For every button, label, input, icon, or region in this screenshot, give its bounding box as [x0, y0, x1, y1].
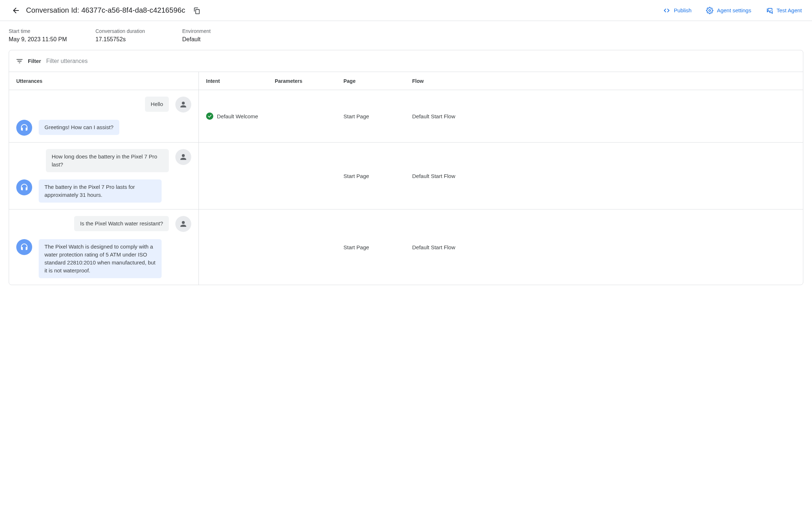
- details-cell: Default Welcome Start Page Default Start…: [199, 90, 803, 142]
- table-row[interactable]: Hello Greetings! How can I assist? Defau…: [9, 90, 803, 143]
- user-avatar: [175, 97, 191, 113]
- headset-icon: [20, 243, 29, 251]
- environment-label: Environment: [182, 27, 247, 35]
- user-bubble: Is the Pixel Watch water resistant?: [74, 216, 169, 231]
- back-button[interactable]: [9, 3, 23, 18]
- meta-environment: Environment Default: [182, 27, 247, 43]
- user-avatar: [175, 216, 191, 232]
- col-flow: Flow: [405, 72, 803, 90]
- meta-duration: Conversation duration 17.155752s: [95, 27, 161, 43]
- page-title: Conversation Id: 46377c-a56-8f4-da8-c421…: [26, 6, 185, 14]
- page-cell: Start Page: [336, 244, 405, 250]
- bot-avatar: [16, 179, 32, 195]
- bot-avatar: [16, 120, 32, 136]
- details-cell: Start Page Default Start Flow: [199, 209, 803, 285]
- intent-text: Default Welcome: [217, 113, 258, 119]
- arrow-back-icon: [12, 6, 20, 15]
- svg-rect-0: [196, 9, 200, 14]
- col-intent: Intent: [199, 72, 268, 90]
- headset-icon: [20, 183, 29, 192]
- table-header: Utterances Intent Parameters Page Flow: [9, 72, 803, 90]
- test-agent-button[interactable]: Test Agent: [761, 4, 806, 17]
- start-time-value: May 9, 2023 11:50 PM: [9, 36, 74, 43]
- duration-value: 17.155752s: [95, 36, 161, 43]
- utterance-cell: Hello Greetings! How can I assist?: [9, 90, 199, 142]
- environment-value: Default: [182, 36, 247, 43]
- bot-turn: Greetings! How can I assist?: [16, 120, 191, 136]
- copy-icon: [193, 7, 201, 14]
- bot-turn: The battery in the Pixel 7 Pro lasts for…: [16, 179, 191, 203]
- publish-label: Publish: [674, 7, 692, 13]
- filter-icon: [16, 57, 23, 65]
- svg-point-1: [709, 9, 710, 11]
- bot-turn: The Pixel Watch is designed to comply wi…: [16, 239, 191, 278]
- code-icon: [663, 7, 670, 14]
- flow-cell: Default Start Flow: [405, 173, 803, 179]
- details-cell: Start Page Default Start Flow: [199, 143, 803, 209]
- filter-input[interactable]: [46, 58, 796, 65]
- intent-check-icon: [206, 113, 213, 120]
- person-icon: [179, 220, 188, 228]
- col-page: Page: [336, 72, 405, 90]
- user-avatar: [175, 149, 191, 165]
- utterance-cell: Is the Pixel Watch water resistant? The …: [9, 209, 199, 285]
- table-row[interactable]: Is the Pixel Watch water resistant? The …: [9, 209, 803, 285]
- user-turn: Hello: [16, 97, 191, 113]
- duration-label: Conversation duration: [95, 27, 161, 35]
- copy-id-button[interactable]: [189, 3, 204, 18]
- user-bubble: How long does the battery in the Pixel 7…: [46, 149, 169, 172]
- meta-section: Start time May 9, 2023 11:50 PM Conversa…: [0, 21, 812, 50]
- chat-icon: [766, 7, 773, 14]
- conversation-table: Filter Utterances Intent Parameters Page…: [9, 50, 803, 285]
- bot-bubble: The battery in the Pixel 7 Pro lasts for…: [39, 179, 162, 203]
- user-turn: How long does the battery in the Pixel 7…: [16, 149, 191, 172]
- filter-label: Filter: [28, 58, 41, 64]
- publish-button[interactable]: Publish: [659, 4, 696, 17]
- agent-settings-button[interactable]: Agent settings: [702, 4, 756, 17]
- person-icon: [179, 153, 188, 161]
- person-icon: [179, 100, 188, 109]
- utterance-cell: How long does the battery in the Pixel 7…: [9, 143, 199, 209]
- filter-row: Filter: [9, 50, 803, 72]
- agent-settings-label: Agent settings: [717, 7, 751, 13]
- headset-icon: [20, 123, 29, 132]
- bot-bubble: Greetings! How can I assist?: [39, 120, 119, 135]
- bot-avatar: [16, 239, 32, 255]
- page-cell: Start Page: [336, 173, 405, 179]
- start-time-label: Start time: [9, 27, 74, 35]
- test-agent-label: Test Agent: [777, 7, 802, 13]
- flow-cell: Default Start Flow: [405, 244, 803, 250]
- user-bubble: Hello: [145, 97, 169, 112]
- table-row[interactable]: How long does the battery in the Pixel 7…: [9, 143, 803, 209]
- topbar: Conversation Id: 46377c-a56-8f4-da8-c421…: [0, 0, 812, 21]
- gear-icon: [706, 7, 713, 14]
- user-turn: Is the Pixel Watch water resistant?: [16, 216, 191, 232]
- meta-start-time: Start time May 9, 2023 11:50 PM: [9, 27, 74, 43]
- intent-cell: Default Welcome: [199, 113, 268, 120]
- page-cell: Start Page: [336, 113, 405, 119]
- bot-bubble: The Pixel Watch is designed to comply wi…: [39, 239, 162, 278]
- col-parameters: Parameters: [268, 72, 336, 90]
- flow-cell: Default Start Flow: [405, 113, 803, 119]
- col-utterances: Utterances: [9, 72, 199, 90]
